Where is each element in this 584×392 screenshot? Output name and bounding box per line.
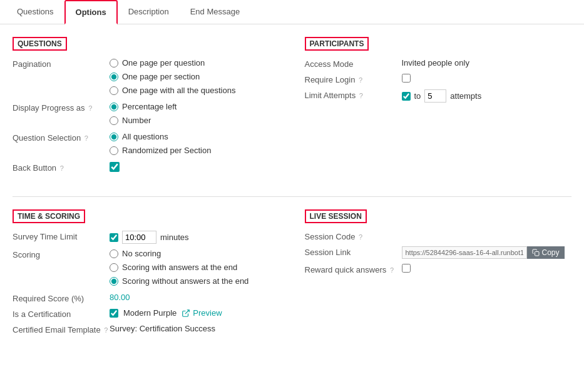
scoring-options: No scoring Scoring with answers at the e… <box>110 249 248 288</box>
session-link-input[interactable] <box>402 246 527 259</box>
session-code-label: Session Code ? <box>305 231 402 241</box>
display-progress-row: Display Progress as ? Percentage left Nu… <box>13 102 280 127</box>
section-divider <box>13 196 571 197</box>
back-button-label: Back Button ? <box>13 162 110 173</box>
certification-value: Modern Purple Preview <box>110 308 222 318</box>
session-link-row: Session Link Copy <box>305 246 572 259</box>
pagination-option-1-label: One page per question <box>122 58 205 68</box>
access-mode-value: Invited people only <box>402 58 469 68</box>
access-mode-row: Access Mode Invited people only <box>305 58 572 69</box>
access-mode-label: Access Mode <box>305 58 402 69</box>
require-login-value <box>402 74 411 83</box>
limit-attempts-row: Limit Attempts ? to attempts <box>305 89 572 103</box>
require-login-hint[interactable]: ? <box>359 76 362 84</box>
reward-quick-answers-checkbox[interactable] <box>402 264 411 273</box>
time-scoring-section: TIME & SCORING Survey Time Limit minutes… <box>13 209 280 346</box>
display-progress-radio-1[interactable] <box>110 103 118 111</box>
survey-time-limit-input[interactable] <box>122 231 156 244</box>
back-button-value <box>110 162 120 172</box>
scoring-radio-3[interactable] <box>110 277 118 286</box>
scoring-option-2-label: Scoring with answers at the end <box>122 263 237 272</box>
session-code-hint[interactable]: ? <box>359 233 362 241</box>
limit-attempts-suffix: attempts <box>450 91 481 101</box>
pagination-option-2[interactable]: One page per section <box>110 72 235 81</box>
back-button-hint[interactable]: ? <box>60 164 64 172</box>
live-session-section: LIVE SESSION Session Code ? Session Link… <box>305 209 572 346</box>
scoring-label: Scoring <box>13 249 110 259</box>
certified-email-text: Survey: Certification Success <box>110 324 215 333</box>
question-selection-option-2[interactable]: Randomized per Section <box>110 146 211 155</box>
preview-label: Preview <box>193 308 222 318</box>
display-progress-label: Display Progress as ? <box>13 102 110 113</box>
scoring-radio-1[interactable] <box>110 249 118 258</box>
display-progress-option-1[interactable]: Percentage left <box>110 102 177 111</box>
required-score-label: Required Score (%) <box>13 293 110 303</box>
pagination-row: Pagination One page per question One pag… <box>13 58 280 97</box>
question-selection-option-2-label: Randomized per Section <box>122 146 211 155</box>
tab-description[interactable]: Description <box>118 0 180 24</box>
certified-email-row: Certified Email Template ? Survey: Certi… <box>13 324 280 334</box>
question-selection-radio-1[interactable] <box>110 133 118 141</box>
survey-time-limit-row: Survey Time Limit minutes <box>13 231 280 244</box>
question-selection-label: Question Selection ? <box>13 132 110 143</box>
certification-cert-value: Modern Purple <box>123 308 177 318</box>
display-progress-hint[interactable]: ? <box>88 104 92 112</box>
display-progress-options: Percentage left Number <box>110 102 177 127</box>
access-mode-text: Invited people only <box>402 58 469 68</box>
copy-button[interactable]: Copy <box>527 246 565 259</box>
question-selection-hint[interactable]: ? <box>85 134 88 142</box>
require-login-label: Require Login ? <box>305 74 402 84</box>
reward-quick-answers-hint[interactable]: ? <box>390 266 394 274</box>
tabs-bar: Questions Options Description End Messag… <box>0 0 584 24</box>
display-progress-radio-2[interactable] <box>110 116 118 125</box>
reward-quick-answers-row: Reward quick answers ? <box>305 264 572 274</box>
scoring-option-3[interactable]: Scoring without answers at the end <box>110 276 248 286</box>
pagination-option-3[interactable]: One page with all the questions <box>110 86 235 95</box>
pagination-option-1[interactable]: One page per question <box>110 58 235 68</box>
svg-rect-1 <box>535 252 539 256</box>
display-progress-option-2-label: Number <box>122 116 151 125</box>
participants-section: PARTICIPANTS Access Mode Invited people … <box>305 37 572 184</box>
session-link-value: Copy <box>402 246 565 259</box>
scoring-option-2[interactable]: Scoring with answers at the end <box>110 263 248 272</box>
back-button-row: Back Button ? <box>13 162 280 173</box>
require-login-checkbox[interactable] <box>402 74 411 83</box>
pagination-label: Pagination <box>13 58 110 69</box>
pagination-radio-1[interactable] <box>110 59 118 68</box>
preview-link[interactable]: Preview <box>182 308 222 318</box>
limit-attempts-input[interactable] <box>424 89 446 103</box>
survey-time-limit-checkbox[interactable] <box>110 233 118 242</box>
reward-quick-answers-value <box>402 264 411 273</box>
scoring-row: Scoring No scoring Scoring with answers … <box>13 249 280 288</box>
required-score-value: 80.00 <box>110 293 130 302</box>
participants-header: PARTICIPANTS <box>305 37 369 51</box>
pagination-radio-2[interactable] <box>110 73 118 81</box>
pagination-radio-3[interactable] <box>110 86 118 95</box>
scoring-option-3-label: Scoring without answers at the end <box>122 276 248 286</box>
certification-checkbox[interactable] <box>110 309 118 318</box>
tab-options[interactable]: Options <box>64 0 118 24</box>
preview-icon <box>182 309 190 318</box>
required-score-row: Required Score (%) 80.00 <box>13 293 280 303</box>
limit-attempts-text: to <box>414 91 421 101</box>
tab-end-message[interactable]: End Message <box>180 0 251 24</box>
limit-attempts-hint[interactable]: ? <box>359 92 363 99</box>
display-progress-option-1-label: Percentage left <box>122 102 177 111</box>
questions-header: QUESTIONS <box>13 37 67 51</box>
session-link-label: Session Link <box>305 246 402 257</box>
certified-email-hint[interactable]: ? <box>104 326 108 334</box>
live-session-header: LIVE SESSION <box>305 209 367 223</box>
scoring-option-1[interactable]: No scoring <box>110 249 248 258</box>
display-progress-option-2[interactable]: Number <box>110 116 177 125</box>
question-selection-option-1[interactable]: All questions <box>110 132 211 141</box>
question-selection-options: All questions Randomized per Section <box>110 132 211 157</box>
tab-questions[interactable]: Questions <box>6 0 64 24</box>
question-selection-radio-2[interactable] <box>110 146 118 155</box>
scoring-radio-2[interactable] <box>110 263 118 272</box>
svg-line-0 <box>185 309 189 313</box>
survey-time-limit-suffix: minutes <box>160 233 189 242</box>
pagination-option-2-label: One page per section <box>122 72 200 81</box>
limit-attempts-checkbox[interactable] <box>402 92 411 101</box>
question-selection-option-1-label: All questions <box>122 132 168 141</box>
back-button-checkbox[interactable] <box>110 162 120 172</box>
